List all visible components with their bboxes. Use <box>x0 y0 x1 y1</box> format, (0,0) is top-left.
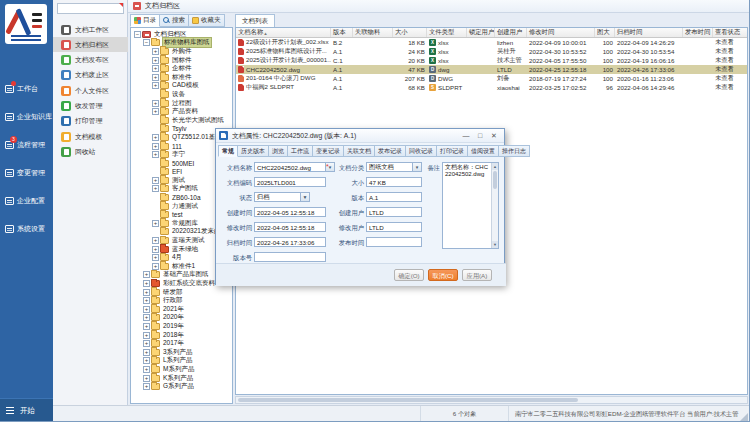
sidebar-item-change-mgmt[interactable]: 变更管理 <box>0 162 53 184</box>
column-header[interactable]: 图大 <box>595 28 615 37</box>
dialog-tab[interactable]: 发布记录 <box>375 145 406 157</box>
table-row[interactable]: 中福阀2 SLDPRTA.168 KBSSLDPRTxiaoshai2022-0… <box>236 83 747 92</box>
expand-icon[interactable]: + <box>143 383 150 390</box>
expand-icon[interactable]: + <box>152 57 159 64</box>
create_time-field[interactable]: 2022-04-05 12:55:18 <box>254 207 326 217</box>
nav-search-input[interactable] <box>57 3 124 14</box>
table-row[interactable]: 2025标准物料库图纸设计开...A.124 KBXxlsx吴桂升2022-04… <box>236 47 747 56</box>
column-header[interactable]: 发布时间 <box>683 28 713 37</box>
tree-node[interactable]: +CAD模板 <box>131 82 232 91</box>
expand-icon[interactable]: + <box>152 220 159 227</box>
tree-node[interactable]: +研发部 <box>131 288 232 297</box>
column-header[interactable]: 文档名称▴ <box>236 28 331 37</box>
tree-node[interactable]: +企标件 <box>131 64 232 73</box>
tree-node[interactable]: +3系列产品 <box>131 348 232 357</box>
nav-item-doc-workspace[interactable]: 文档工作区 <box>53 22 128 37</box>
tree-node[interactable]: +过程图 <box>131 99 232 108</box>
expand-icon[interactable]: + <box>143 349 150 356</box>
version-field[interactable]: A.1 <box>366 192 422 202</box>
expand-icon[interactable]: + <box>143 297 150 304</box>
chevron-down-icon[interactable]: ▾ <box>413 162 422 172</box>
expand-icon[interactable]: + <box>152 263 159 270</box>
apply-button[interactable]: 应用(A) <box>462 269 492 281</box>
expand-icon[interactable]: + <box>152 177 159 184</box>
table-row[interactable]: CHC22042502.dwgA.147 KBDdwgLTLD2022-04-2… <box>236 65 747 74</box>
tree-tab-fav[interactable]: 收藏夹 <box>189 14 225 27</box>
dialog-tab[interactable]: 回收记录 <box>406 145 437 157</box>
scrollbar-thumb[interactable] <box>493 171 497 189</box>
chevron-down-icon[interactable]: ▼ <box>301 192 310 202</box>
cancel-button[interactable]: 取消(C) <box>428 269 458 281</box>
publish_time-field[interactable] <box>366 237 422 247</box>
modify_time-field[interactable]: 2022-04-05 12:55:18 <box>254 222 326 232</box>
expand-icon[interactable]: + <box>143 280 150 287</box>
dialog-tab[interactable]: 工作流 <box>288 145 313 157</box>
expand-icon[interactable]: + <box>152 108 159 115</box>
dialog-tab[interactable]: 打印记录 <box>437 145 468 157</box>
ok-button[interactable]: 确定(O) <box>394 269 424 281</box>
minimize-icon[interactable]: — <box>459 130 473 141</box>
nav-item-print-mgmt[interactable]: 打印管理 <box>53 114 128 129</box>
expand-icon[interactable]: + <box>152 254 159 261</box>
table-row[interactable]: 2025设计开发计划表_000001...C.120 KBXxlsx技术主管20… <box>236 56 747 65</box>
tree-tab-search[interactable]: 搜索 <box>160 14 189 27</box>
expand-icon[interactable]: + <box>143 323 150 330</box>
expand-icon[interactable]: + <box>152 65 159 72</box>
scroll-down-icon[interactable]: ▼ <box>492 241 498 248</box>
tree-node[interactable]: +K系列产品 <box>131 374 232 383</box>
tree-node[interactable]: 长光华大测试图纸 <box>131 116 232 125</box>
expand-icon[interactable]: + <box>143 366 150 373</box>
tree-node[interactable]: 设备 <box>131 90 232 99</box>
archive_time-field[interactable]: 2022-04-26 17:33:06 <box>254 237 326 247</box>
expand-icon[interactable]: + <box>143 314 150 321</box>
column-header[interactable]: 大小 <box>393 28 427 37</box>
status-field[interactable]: 归档 <box>254 192 301 202</box>
expand-icon[interactable]: + <box>143 332 150 339</box>
size-field[interactable]: 47 KB <box>366 177 422 187</box>
dialog-tab[interactable]: 变更记录 <box>313 145 344 157</box>
close-icon[interactable]: ✕ <box>487 130 501 141</box>
expand-icon[interactable]: + <box>152 246 159 253</box>
expand-icon[interactable]: + <box>152 82 159 89</box>
horizontal-scrollbar[interactable] <box>235 396 748 404</box>
scrollbar-thumb[interactable] <box>238 398 578 402</box>
note-textarea[interactable]: 文档名称：CHC22042502.dwg▲▼ <box>442 162 499 249</box>
collapse-icon[interactable]: − <box>143 39 150 46</box>
nav-item-personal-files[interactable]: 个人文件区 <box>53 83 128 98</box>
nav-item-doc-publish[interactable]: 文档发布区 <box>53 53 128 68</box>
column-header[interactable]: 版本 <box>331 28 353 37</box>
scroll-up-icon[interactable]: ▲ <box>492 163 498 170</box>
dialog-tab[interactable]: 操作日志 <box>499 145 530 157</box>
tree-node[interactable]: +2021年 <box>131 305 232 314</box>
expand-icon[interactable]: + <box>152 185 159 192</box>
expand-icon[interactable]: + <box>152 134 159 141</box>
tree-node[interactable]: +G系列产品 <box>131 382 232 391</box>
maximize-icon[interactable]: □ <box>473 130 487 141</box>
resize-grip[interactable] <box>740 413 748 421</box>
dialog-tab[interactable]: 浏览 <box>269 145 288 157</box>
table-row[interactable]: 201-0164 中心滚刀 DWGA.1207 KBDDWG刘备2018-07-… <box>236 74 747 83</box>
tree-node[interactable]: +2020年 <box>131 314 232 323</box>
tree-node[interactable]: +M系列产品 <box>131 365 232 374</box>
collapse-icon[interactable]: − <box>134 31 141 38</box>
column-header[interactable]: 创建用户 <box>495 28 527 37</box>
expand-icon[interactable]: + <box>143 271 150 278</box>
expand-icon[interactable]: + <box>152 48 159 55</box>
tree-node[interactable]: +产品资料 <box>131 107 232 116</box>
column-header[interactable]: 文件类型 <box>427 28 467 37</box>
expand-icon[interactable]: + <box>143 357 150 364</box>
create_user-field[interactable]: LTLD <box>366 207 422 217</box>
nav-item-doc-template[interactable]: 文档模板 <box>53 129 128 144</box>
sidebar-item-process-mgmt[interactable]: 流程管理3 <box>0 134 53 156</box>
expand-icon[interactable]: + <box>152 151 159 158</box>
doc_code-field[interactable]: 2025LTLD001 <box>254 177 326 187</box>
expand-icon[interactable]: + <box>143 340 150 347</box>
column-header[interactable]: 修改时间 <box>527 28 595 37</box>
tree-node[interactable]: −标准物料库图纸 <box>131 39 232 48</box>
column-header[interactable]: 关联物料 <box>353 28 393 37</box>
tree-node[interactable]: +行政部 <box>131 296 232 305</box>
tree-node[interactable]: +外购件 <box>131 47 232 56</box>
column-header[interactable]: 归档时间 <box>615 28 683 37</box>
tree-node[interactable]: +L系列产品 <box>131 357 232 366</box>
dialog-tab[interactable]: 关联文档 <box>344 145 375 157</box>
